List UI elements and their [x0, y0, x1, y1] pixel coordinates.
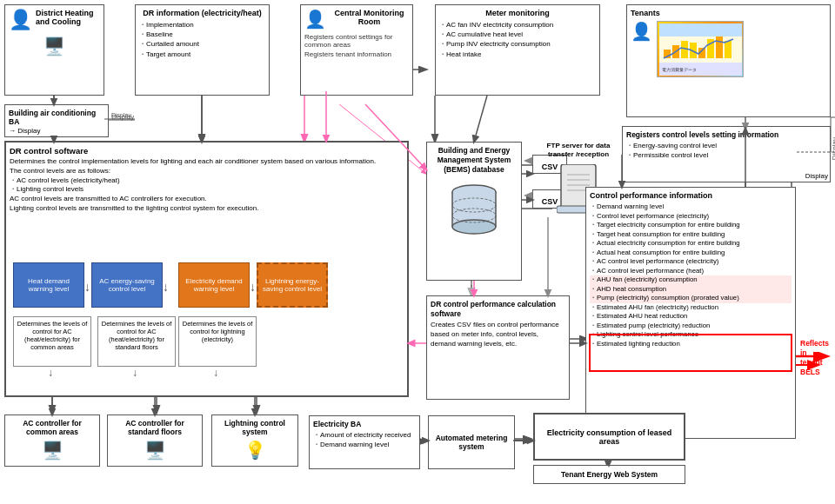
- dr-info-items: ・Implementation ・Baseline ・Curtailed amo…: [139, 20, 265, 59]
- ac-controller-standard-box: AC controller for standard floors 🖥️: [107, 414, 203, 467]
- dr-info-title: DR information (electricity/heat): [139, 9, 265, 17]
- dr-control-software-title: DR control software: [10, 146, 404, 156]
- dr-control-software-desc: Determines the control implementation le…: [10, 157, 404, 214]
- tenants-screenshot: 電力消費量データ: [657, 21, 744, 77]
- display-label-2: Display: [831, 137, 835, 160]
- ac-controller-common-box: AC controller for common areas 🖥️: [4, 414, 100, 467]
- bems-title: Building and Energy Management System (B…: [431, 146, 518, 175]
- svg-line-67: [474, 96, 487, 142]
- central-monitoring-sub2: Registers tenant information: [304, 50, 409, 58]
- elec-demand-label: Electricity demand warning level: [182, 277, 246, 293]
- electricity-ba-items: ・Amount of electricity received ・Demand …: [313, 430, 416, 449]
- heat-demand-label: Heat demand warning level: [17, 277, 81, 293]
- electricity-ba-title: Electricity BA: [313, 420, 416, 428]
- arrow-det2-down: ↓: [132, 367, 137, 379]
- district-heating-box: 👤 District Heating and Cooling 🖥️: [4, 4, 104, 96]
- auto-to-leased-arrow: [513, 434, 535, 448]
- dr-calc-box: DR control performance calculation softw…: [426, 295, 570, 400]
- tenant-web-box: Tenant Energy Web System: [533, 465, 685, 484]
- lightning-energy-box: Lightning energy-saving control level: [257, 262, 328, 308]
- ac-standard-icon: 🖥️: [111, 440, 198, 461]
- dr-control-software-box: DR control software Determines the contr…: [4, 141, 409, 397]
- lightning-control-box: Lightning control system 💡: [211, 414, 298, 467]
- lightning-control-icon: 💡: [216, 440, 294, 461]
- svg-rect-38: [725, 41, 731, 58]
- diagram-container: 👤 District Heating and Cooling 🖥️ DR inf…: [0, 0, 835, 504]
- auto-metering-title: Automated metering system: [432, 434, 511, 451]
- svg-text:電力消費量データ: 電力消費量データ: [662, 67, 697, 72]
- reflects-bels-label: Reflects in tenant BELS: [800, 339, 831, 377]
- det2-box: Determines the levels of control for AC …: [97, 316, 176, 367]
- meter-monitoring-title: Meter monitoring: [439, 9, 596, 17]
- tenants-box: Tenants 👤: [626, 4, 831, 117]
- svg-point-45: [452, 220, 496, 234]
- control-perf-items: ・Demand warning level ・Control level per…: [590, 202, 792, 348]
- registers-control-display: Display: [805, 172, 828, 180]
- control-perf-box: Control performance information ・Demand …: [585, 187, 796, 439]
- lightning-energy-label: Lightning energy-saving control level: [261, 277, 324, 293]
- arrow-3: ↓: [250, 280, 256, 294]
- ac-common-icon: 🖥️: [9, 440, 96, 461]
- electricity-ba-box: Electricity BA ・Amount of electricity re…: [309, 415, 420, 469]
- central-monitoring-title: Central Monitoring Room: [330, 9, 409, 26]
- dr-calc-desc: Creates CSV files on control performance…: [431, 321, 565, 348]
- tenant-web-title: Tenant Energy Web System: [561, 470, 658, 479]
- bems-icon: [448, 179, 500, 240]
- ac-controller-standard-title: AC controller for standard floors: [111, 419, 198, 436]
- det3-label: Determines the levels of control for lig…: [183, 320, 252, 343]
- building-ac-title: Building air conditioning BA: [9, 109, 104, 126]
- det1-label: Determines the levels of control for AC …: [17, 320, 87, 351]
- svg-rect-37: [716, 36, 723, 58]
- central-monitoring-box: 👤 Central Monitoring Room Registers cont…: [300, 4, 413, 96]
- meter-monitoring-items: ・AC fan INV electricity consumption ・AC …: [439, 20, 596, 59]
- district-heating-title: District Heating and Cooling: [36, 9, 100, 26]
- arrow-2: ↓: [163, 280, 169, 294]
- svg-rect-29: [659, 23, 742, 36]
- elec-leased-box: Electricity consumption of leased areas: [533, 413, 685, 461]
- registers-control-items: ・Energy-saving control level ・Permissibl…: [626, 141, 826, 160]
- central-monitoring-sub: Registers control settings for common ar…: [304, 33, 409, 49]
- arrow-det3-down: ↓: [213, 367, 218, 379]
- building-ac-display: → Display: [9, 127, 104, 135]
- det3-box: Determines the levels of control for lig…: [178, 316, 257, 367]
- dr-calc-title: DR control performance calculation softw…: [431, 300, 565, 319]
- elec-demand-box: Electricity demand warning level: [178, 262, 250, 308]
- registers-control-title: Registers control levels setting informa…: [626, 130, 826, 139]
- det2-label: Determines the levels of control for AC …: [102, 320, 171, 351]
- meter-monitoring-box: Meter monitoring ・AC fan INV electricity…: [435, 4, 600, 96]
- bems-box: Building and Energy Management System (B…: [426, 142, 522, 281]
- det1-box: Determines the levels of control for AC …: [13, 316, 91, 367]
- control-perf-title: Control performance information: [590, 191, 792, 200]
- dr-info-box: DR information (electricity/heat) ・Imple…: [135, 4, 270, 96]
- ac-energy-box: AC energy-saving control level: [91, 262, 163, 308]
- registers-control-box: Registers control levels setting informa…: [622, 126, 831, 182]
- tenants-title: Tenants: [631, 9, 826, 17]
- ac-energy-label: AC energy-saving control level: [95, 277, 159, 293]
- elec-leased-title: Electricity consumption of leased areas: [538, 428, 680, 446]
- lightning-control-title: Lightning control system: [216, 419, 294, 436]
- ac-controller-common-title: AC controller for common areas: [9, 419, 96, 436]
- building-ac-box: Building air conditioning BA → Display: [4, 104, 109, 137]
- arrow-det1-down: ↓: [48, 367, 53, 379]
- auto-metering-box: Automated metering system: [428, 415, 515, 469]
- ftp-title: FTP server for data transfer /reception: [539, 142, 618, 160]
- arrow-1: ↓: [84, 280, 90, 294]
- heat-demand-box: Heat demand warning level: [13, 262, 84, 308]
- display-label-1: Display: [111, 113, 134, 121]
